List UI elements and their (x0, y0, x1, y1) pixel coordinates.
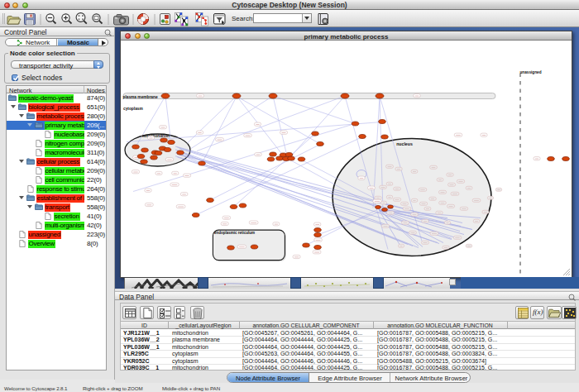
svg-text:cytoplasm: cytoplasm (123, 107, 143, 111)
svg-text:mitochondrion: mitochondrion (142, 133, 170, 137)
svg-text:unassigned: unassigned (520, 70, 542, 74)
svg-text:plasma membrane: plasma membrane (123, 94, 158, 98)
svg-text:endoplasmic reticulum: endoplasmic reticulum (214, 231, 255, 235)
svg-text:nucleus: nucleus (396, 141, 413, 146)
